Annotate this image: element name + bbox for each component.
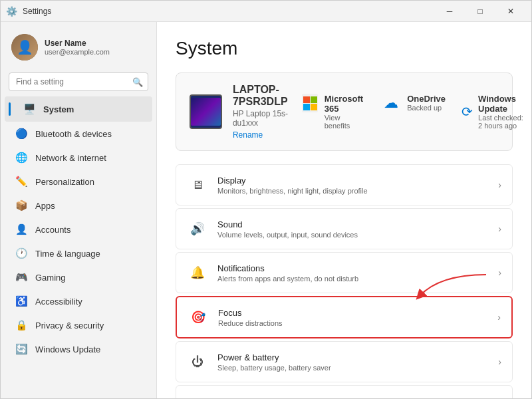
setting-desc-notifications: Alerts from apps and system, do not dist… — [217, 275, 498, 283]
setting-desc-display: Monitors, brightness, night light, displ… — [217, 187, 498, 195]
sidebar-item-apps[interactable]: 📦 Apps — [5, 194, 152, 217]
sidebar-item-gaming[interactable]: 🎮 Gaming — [5, 265, 152, 289]
minimize-button[interactable]: ─ — [434, 1, 465, 22]
device-services: Microsoft 365 View benefits ☁ OneDrive B… — [302, 94, 523, 130]
setting-title-display: Display — [217, 176, 498, 186]
device-info: LAPTOP-7PSR3DLP HP Laptop 15s-du1xxx Ren… — [233, 84, 302, 140]
setting-desc-focus: Reduce distractions — [218, 319, 497, 327]
search-input[interactable] — [9, 72, 148, 91]
sidebar-item-time[interactable]: 🕐 Time & language — [5, 241, 152, 265]
sidebar-item-update[interactable]: 🔄 Windows Update — [5, 337, 152, 361]
setting-item-notifications[interactable]: 🔔 Notifications Alerts from apps and sys… — [176, 252, 513, 293]
setting-icon-storage: 💾 — [187, 395, 208, 398]
setting-title-sound: Sound — [217, 219, 498, 229]
service-m365[interactable]: Microsoft 365 View benefits — [302, 94, 366, 130]
setting-wrapper-storage: 💾 Storage Storage space, drives, configu… — [176, 385, 513, 398]
nav-label-apps: Apps — [35, 201, 55, 211]
nav-label-update: Windows Update — [35, 344, 100, 354]
m365-name: Microsoft 365 — [325, 94, 366, 114]
user-info: User Name user@example.com — [45, 39, 110, 56]
onedrive-logo: ☁ — [382, 94, 400, 112]
maximize-button[interactable]: □ — [465, 1, 495, 22]
nav-label-accessibility: Accessibility — [35, 297, 82, 307]
nav-icon-system: 🖥️ — [23, 103, 35, 115]
device-thumbnail — [190, 94, 222, 129]
setting-wrapper-display: 🖥 Display Monitors, brightness, night li… — [176, 164, 513, 208]
device-name: LAPTOP-7PSR3DLP — [233, 84, 302, 108]
setting-item-power[interactable]: ⏻ Power & battery Sleep, battery usage, … — [176, 341, 513, 382]
nav-label-privacy: Privacy & security — [35, 321, 104, 331]
setting-desc-sound: Volume levels, output, input, sound devi… — [217, 231, 498, 239]
nav-icon-bluetooth: 🔵 — [15, 128, 27, 140]
onedrive-info: OneDrive Backed up — [407, 94, 446, 112]
window-title: Settings — [23, 7, 51, 16]
title-bar-left: ⚙️ Settings — [6, 6, 51, 17]
sidebar-item-privacy[interactable]: 🔒 Privacy & security — [5, 313, 152, 337]
setting-wrapper-power: ⏻ Power & battery Sleep, battery usage, … — [176, 341, 513, 385]
setting-text-notifications: Notifications Alerts from apps and syste… — [217, 263, 498, 283]
search-box: 🔍 — [9, 72, 148, 91]
sidebar-profile[interactable]: 👤 User Name user@example.com — [1, 27, 156, 70]
sidebar-item-personalization[interactable]: ✏️ Personalization — [5, 170, 152, 194]
settings-list: 🖥 Display Monitors, brightness, night li… — [176, 164, 513, 398]
device-rename-link[interactable]: Rename — [233, 130, 302, 140]
nav-icon-personalization: ✏️ — [15, 176, 27, 188]
device-card: LAPTOP-7PSR3DLP HP Laptop 15s-du1xxx Ren… — [176, 72, 513, 151]
setting-text-sound: Sound Volume levels, output, input, soun… — [217, 219, 498, 239]
title-bar: ⚙️ Settings ─ □ ✕ — [1, 1, 531, 22]
service-onedrive[interactable]: ☁ OneDrive Backed up — [382, 94, 446, 130]
search-icon: 🔍 — [132, 77, 143, 87]
title-bar-controls: ─ □ ✕ — [434, 1, 526, 22]
nav-icon-privacy: 🔒 — [15, 319, 27, 331]
service-winupdate[interactable]: ⟳ Windows Update Last checked: 2 hours a… — [462, 94, 523, 130]
username: User Name — [45, 39, 110, 48]
nav-label-bluetooth: Bluetooth & devices — [35, 129, 112, 139]
setting-title-focus: Focus — [218, 308, 497, 318]
device-model: HP Laptop 15s-du1xxx — [233, 109, 302, 128]
m365-desc: View benefits — [325, 114, 366, 130]
nav-icon-gaming: 🎮 — [15, 271, 27, 283]
close-button[interactable]: ✕ — [495, 1, 526, 22]
nav-label-system: System — [43, 104, 74, 114]
setting-icon-sound: 🔊 — [187, 218, 208, 239]
setting-chevron-notifications: › — [498, 267, 501, 278]
svg-rect-2 — [303, 104, 310, 110]
winupdate-desc: Last checked: 2 hours ago — [478, 114, 523, 130]
onedrive-name: OneDrive — [407, 94, 446, 104]
sidebar-item-bluetooth[interactable]: 🔵 Bluetooth & devices — [5, 122, 152, 146]
svg-rect-3 — [311, 104, 317, 110]
setting-item-focus[interactable]: 🎯 Focus Reduce distractions › — [176, 296, 513, 338]
sidebar: 👤 User Name user@example.com 🔍 🖥️ System… — [1, 22, 157, 398]
setting-chevron-focus: › — [497, 312, 501, 323]
main-content: 👤 User Name user@example.com 🔍 🖥️ System… — [1, 22, 531, 398]
setting-item-sound[interactable]: 🔊 Sound Volume levels, output, input, so… — [176, 208, 513, 249]
avatar: 👤 — [11, 34, 38, 61]
sidebar-item-accounts[interactable]: 👤 Accounts — [5, 217, 152, 241]
setting-icon-display: 🖥 — [187, 174, 208, 196]
nav-icon-apps: 📦 — [15, 200, 27, 211]
sidebar-item-accessibility[interactable]: ♿ Accessibility — [5, 289, 152, 313]
setting-item-display[interactable]: 🖥 Display Monitors, brightness, night li… — [176, 164, 513, 205]
onedrive-desc: Backed up — [407, 104, 446, 112]
setting-wrapper-notifications: 🔔 Notifications Alerts from apps and sys… — [176, 252, 513, 296]
nav-icon-accessibility: ♿ — [15, 295, 27, 307]
sidebar-item-network[interactable]: 🌐 Network & internet — [5, 146, 152, 170]
setting-desc-power: Sleep, battery usage, battery saver — [217, 364, 498, 372]
setting-icon-focus: 🎯 — [188, 307, 209, 328]
user-email: user@example.com — [45, 48, 110, 56]
nav-list: 🖥️ System 🔵 Bluetooth & devices 🌐 Networ… — [1, 96, 156, 361]
setting-item-storage[interactable]: 💾 Storage Storage space, drives, configu… — [176, 385, 513, 398]
svg-rect-0 — [303, 96, 310, 103]
nav-icon-network: 🌐 — [15, 152, 27, 164]
setting-chevron-sound: › — [498, 223, 501, 234]
sidebar-item-system[interactable]: 🖥️ System — [5, 96, 152, 122]
setting-text-power: Power & battery Sleep, battery usage, ba… — [217, 352, 498, 372]
setting-chevron-power: › — [498, 356, 501, 367]
settings-window: ⚙️ Settings ─ □ ✕ 👤 User Name user@examp… — [0, 0, 532, 399]
setting-text-focus: Focus Reduce distractions — [218, 308, 497, 327]
nav-icon-time: 🕐 — [15, 247, 27, 259]
setting-icon-notifications: 🔔 — [187, 262, 208, 283]
setting-text-display: Display Monitors, brightness, night ligh… — [217, 176, 498, 195]
svg-rect-1 — [311, 96, 317, 103]
setting-icon-power: ⏻ — [187, 351, 208, 372]
